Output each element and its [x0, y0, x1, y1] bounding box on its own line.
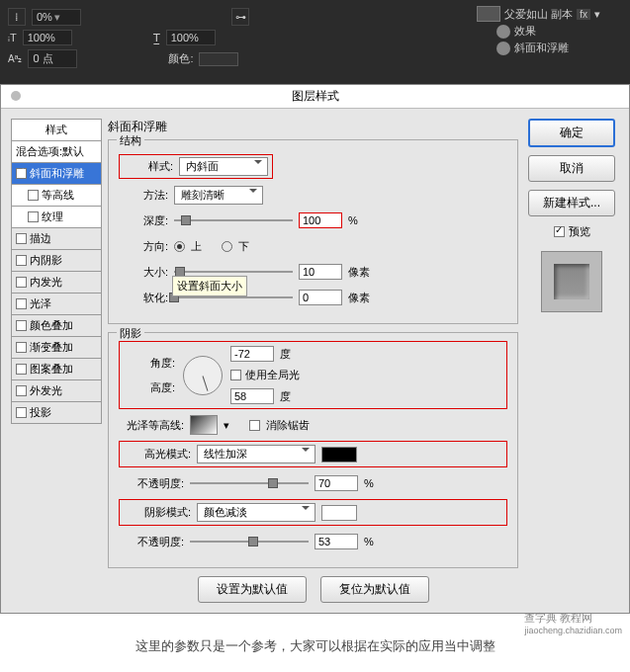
eye-icon[interactable] [496, 42, 510, 55]
aa-field[interactable]: 0 点 [28, 49, 77, 68]
scale-v-field[interactable]: 100% [166, 30, 216, 45]
style-outer-glow[interactable]: 外发光 [11, 380, 102, 402]
preview-label: 预览 [569, 224, 590, 239]
highlight-opacity-input[interactable]: 70 [315, 475, 358, 491]
altitude-input[interactable]: 58 [230, 388, 274, 404]
link-icon[interactable]: ⊶ [231, 8, 249, 26]
direction-down-radio[interactable] [222, 241, 232, 252]
highlight-color-swatch[interactable] [321, 447, 357, 462]
technique-label: 方法: [119, 188, 168, 203]
blend-options-item[interactable]: 混合选项:默认 [11, 141, 102, 163]
effects-label: 效果 [514, 24, 536, 39]
angle-dial[interactable] [183, 356, 223, 395]
angle-input[interactable]: -72 [230, 346, 274, 362]
ok-button[interactable]: 确定 [528, 119, 615, 147]
chevron-down-icon[interactable]: ▾ [224, 419, 229, 432]
color-swatch[interactable] [199, 52, 238, 66]
style-contour[interactable]: 等高线 [11, 185, 102, 207]
checkbox-icon[interactable] [16, 277, 27, 288]
angle-unit: 度 [280, 347, 291, 362]
highlight-opacity-unit: % [364, 477, 374, 489]
style-pattern-overlay[interactable]: 图案叠加 [11, 359, 102, 380]
new-style-button[interactable]: 新建样式... [528, 190, 615, 216]
fx-badge[interactable]: fx [577, 9, 590, 20]
shadow-mode-label: 阴影模式: [126, 505, 191, 520]
size-input[interactable]: 10 [299, 264, 342, 280]
layer-thumb[interactable] [477, 6, 500, 22]
dialog-titlebar[interactable]: 图层样式 [1, 85, 629, 109]
structure-fieldset: 结构 样式: 内斜面 方法: 雕刻清晰 深度: 100 % [108, 139, 518, 324]
redbox-style: 样式: 内斜面 [119, 154, 273, 179]
checkbox-icon[interactable] [16, 298, 27, 309]
depth-input[interactable]: 100 [299, 212, 342, 228]
opacity-field[interactable]: 0%▾ [32, 9, 81, 26]
checkbox-icon[interactable] [16, 385, 27, 396]
section-title: 斜面和浮雕 [108, 119, 518, 135]
style-select[interactable]: 内斜面 [179, 157, 268, 176]
style-bevel[interactable]: 斜面和浮雕 [11, 163, 102, 185]
preview-thumbnail [554, 264, 589, 299]
right-column: 确定 取消 新建样式... 预览 [524, 119, 619, 603]
style-inner-glow[interactable]: 内发光 [11, 272, 102, 294]
soften-label: 软化: [119, 291, 168, 305]
soften-input[interactable]: 0 [299, 290, 342, 305]
checkbox-icon[interactable] [16, 320, 27, 331]
cancel-button[interactable]: 取消 [528, 155, 615, 182]
antialias-checkbox[interactable] [249, 420, 260, 431]
checkbox-icon[interactable] [16, 233, 27, 244]
checkbox-icon[interactable] [16, 168, 27, 179]
checkbox-icon[interactable] [28, 190, 39, 201]
redbox-shadow: 阴影模式: 颜色减淡 [119, 499, 507, 526]
shadow-mode-select[interactable]: 颜色减淡 [197, 503, 315, 522]
layer-style-dialog: 图层样式 样式 混合选项:默认 斜面和浮雕 等高线 纹理 描边 内阴影 内发光 … [0, 84, 630, 614]
shadow-color-swatch[interactable] [321, 505, 357, 521]
global-light-checkbox[interactable] [230, 370, 241, 380]
direction-up-radio[interactable] [174, 241, 185, 252]
antialias-label: 消除锯齿 [266, 418, 310, 433]
style-inner-shadow[interactable]: 内阴影 [11, 250, 102, 272]
checkbox-icon[interactable] [16, 407, 27, 418]
style-label: 样式: [124, 159, 173, 174]
redbox-highlight: 高光模式: 线性加深 [119, 441, 507, 467]
chain-icon[interactable]: ⁞ [8, 8, 26, 26]
style-stroke[interactable]: 描边 [11, 228, 102, 250]
scale-h-field[interactable]: 100% [23, 30, 72, 45]
highlight-mode-label: 高光模式: [126, 447, 191, 462]
watermark: 查字典 教程网 jiaocheng.chazidian.com [524, 611, 622, 635]
checkbox-icon[interactable] [16, 364, 27, 375]
checkbox-icon[interactable] [16, 255, 27, 266]
style-texture[interactable]: 纹理 [11, 207, 102, 228]
gloss-contour-picker[interactable] [190, 415, 218, 435]
make-default-button[interactable]: 设置为默认值 [198, 576, 307, 603]
style-gradient-overlay[interactable]: 渐变叠加 [11, 337, 102, 359]
depth-unit: % [348, 214, 358, 226]
style-satin[interactable]: 光泽 [11, 294, 102, 315]
style-color-overlay[interactable]: 颜色叠加 [11, 315, 102, 337]
preview-checkbox[interactable] [554, 226, 565, 237]
layer-name[interactable]: 父爱如山 副本 [504, 7, 573, 22]
app-top-bar: ⁞ 0%▾ ⊶ ᵢT 100% T̲ 100% Aª₂ 0 点 颜色: 父爱如山… [0, 0, 630, 84]
highlight-mode-select[interactable]: 线性加深 [197, 445, 315, 463]
technique-select[interactable]: 雕刻清晰 [174, 186, 263, 205]
size-label: 大小: [119, 265, 168, 280]
caption-note: 这里的参数只是一个参考，大家可以根据在实际的应用当中调整 [10, 637, 620, 655]
structure-legend: 结构 [117, 133, 144, 148]
checkbox-icon[interactable] [16, 342, 27, 353]
effect-bevel-label: 斜面和浮雕 [514, 41, 569, 55]
shading-legend: 阴影 [117, 326, 144, 341]
checkbox-icon[interactable] [28, 211, 39, 222]
close-icon[interactable] [11, 91, 21, 101]
highlight-opacity-slider[interactable] [190, 476, 309, 490]
shadow-opacity-input[interactable]: 53 [315, 534, 358, 549]
eye-icon[interactable] [496, 25, 510, 39]
reset-default-button[interactable]: 复位为默认值 [320, 576, 429, 603]
altitude-label: 高度: [126, 380, 175, 395]
shadow-opacity-label: 不透明度: [119, 535, 184, 549]
depth-slider[interactable] [174, 213, 293, 227]
aa-label: Aª₂ [8, 53, 22, 64]
shadow-opacity-slider[interactable] [190, 535, 309, 548]
styles-header[interactable]: 样式 [11, 119, 102, 141]
style-drop-shadow[interactable]: 投影 [11, 402, 102, 424]
chevron-down-icon[interactable]: ▾ [594, 8, 600, 21]
highlight-opacity-label: 不透明度: [119, 476, 184, 491]
